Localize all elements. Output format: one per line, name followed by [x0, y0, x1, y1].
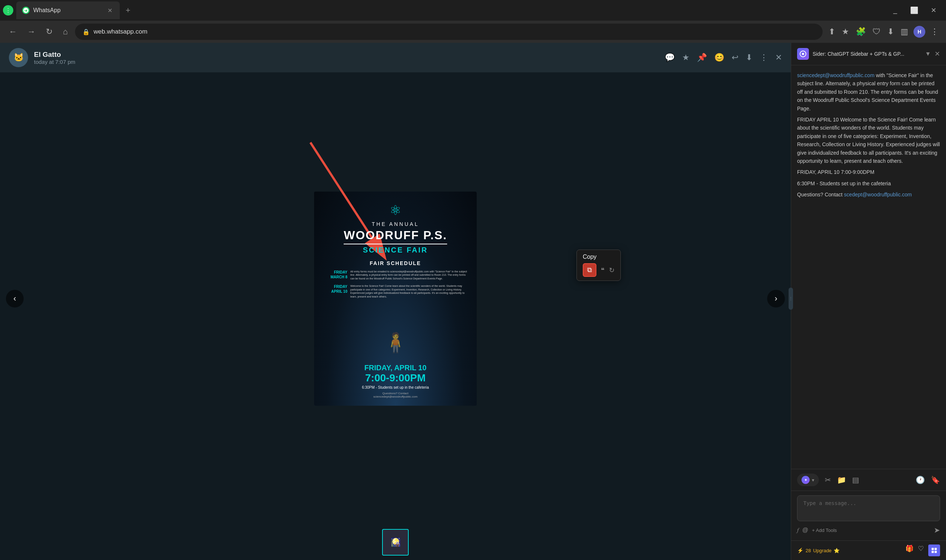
upgrade-label: Upgrade [813, 548, 832, 553]
main-layout: 🐱 El Gatto today at 7:07 pm 💬 ★ 📌 😊 ↩ ⬇ … [0, 43, 946, 560]
folder-icon[interactable]: 📁 [837, 475, 846, 484]
ai-icon: ✦ [801, 476, 810, 484]
formula-icon[interactable]: 𝑓 [797, 527, 799, 534]
columns-icon[interactable]: ▤ [852, 475, 859, 484]
contact-avatar: 🐱 [9, 48, 28, 67]
url-bar[interactable]: 🔒 web.whatsapp.com [75, 24, 823, 40]
drag-handle[interactable]: ⋮ [789, 288, 793, 310]
contact-name: El Gatto [34, 51, 659, 59]
email-link-1[interactable]: sciencedept@woodruffpublic.com [797, 72, 874, 78]
copy-actions: ⧉ ❝ ↻ [583, 263, 614, 277]
copy-button[interactable]: ⧉ [583, 263, 596, 277]
poster-contact: Questions? Contact [362, 392, 429, 395]
sider-paragraph-1: sciencedept@woodruffpublic.com with "Sci… [797, 71, 940, 112]
sider-close-button[interactable]: ✕ [935, 50, 940, 58]
share-icon[interactable]: ⬆ [827, 25, 836, 38]
extensions-icon[interactable]: 🛡 [871, 25, 882, 38]
gift-icon[interactable]: 🎁 [905, 545, 914, 556]
upgrade-count: 28 [806, 548, 811, 553]
thumbnail-item[interactable]: 🎑 [382, 529, 409, 555]
scissors-icon[interactable]: ✂ [825, 475, 831, 484]
next-arrow[interactable]: › [767, 290, 785, 308]
poster-bottom: FRIDAY, APRIL 10 7:00-9:00PM 6:30PM - St… [362, 364, 429, 398]
address-actions: ⬆ ★ 🧩 🛡 ⬇ ▥ H ⋮ [827, 25, 940, 38]
sider-expand-icon[interactable]: ▼ [925, 51, 931, 57]
sidebar-icon[interactable]: ▥ [899, 25, 910, 38]
maximize-button[interactable]: ⬜ [904, 3, 924, 18]
close-icon[interactable]: ✕ [775, 53, 782, 62]
forward-icon[interactable]: ↩ [731, 53, 738, 62]
svg-rect-4 [932, 548, 934, 550]
poster-big-time: 7:00-9:00PM [362, 372, 429, 384]
close-button[interactable]: ✕ [924, 3, 943, 18]
profile-button[interactable]: H [914, 26, 925, 38]
prev-arrow[interactable]: ‹ [6, 290, 24, 308]
tab-favicon [22, 7, 29, 14]
tab-bar: ⋮ WhatsApp ✕ + ⎯ ⬜ ✕ [0, 0, 946, 21]
sider-paragraph-2: FRIDAY APRIL 10 Welcome to the Science F… [797, 115, 940, 165]
browser-chrome: ⋮ WhatsApp ✕ + ⎯ ⬜ ✕ ← → ↻ ⌂ 🔒 web.whats… [0, 0, 946, 43]
menu-icon[interactable]: ⋮ [929, 25, 940, 38]
svg-point-3 [802, 53, 804, 55]
svg-rect-5 [935, 548, 937, 550]
header-actions: 💬 ★ 📌 😊 ↩ ⬇ ⋮ ✕ [665, 53, 782, 62]
ai-model-selector[interactable]: ✦ ▾ [797, 474, 819, 486]
poster-image: ⚛ THE ANNUAL WOODRUFF P.S. SCIENCE FAIR … [314, 192, 477, 406]
sider-bottom: ⚡ 28 Upgrade ⭐ 🎁 ♡ [791, 540, 946, 560]
window-controls: ⎯ ⬜ ✕ [886, 3, 943, 18]
message-input[interactable] [797, 495, 940, 521]
sider-logo [797, 48, 809, 60]
sider-input-footer: 𝑓 @ + Add Tools ➤ [797, 523, 940, 536]
extension-icon[interactable]: 🧩 [854, 25, 867, 38]
poster-woodruff: WOODRUFF P.S. [344, 229, 447, 245]
lock-icon: 🔒 [82, 28, 90, 35]
new-tab-button[interactable]: + [126, 6, 130, 15]
bookmark-icon[interactable]: ★ [840, 25, 851, 38]
send-button[interactable]: ➤ [934, 526, 940, 535]
active-tab[interactable]: WhatsApp ✕ [16, 2, 120, 19]
tab-title: WhatsApp [33, 7, 102, 14]
tab-close-button[interactable]: ✕ [106, 6, 114, 15]
mention-icon[interactable]: @ [802, 527, 808, 534]
minimize-button[interactable]: ⎯ [886, 3, 904, 18]
upgrade-button[interactable]: ⚡ 28 Upgrade ⭐ [797, 548, 840, 553]
forward-button[interactable]: → [25, 25, 39, 38]
quote-icon[interactable]: ❝ [601, 266, 605, 274]
browser-menu-icon[interactable]: ⋮ [3, 5, 13, 15]
contact-info: El Gatto today at 7:07 pm [34, 51, 659, 65]
address-bar: ← → ↻ ⌂ 🔒 web.whatsapp.com ⬆ ★ 🧩 🛡 ⬇ ▥ H… [0, 21, 946, 43]
download-icon[interactable]: ⬇ [746, 53, 752, 62]
emoji-icon[interactable]: 😊 [714, 53, 724, 62]
svg-rect-7 [935, 551, 937, 553]
sider-paragraph-4: 6:30PM - Students set up in the cafeteri… [797, 179, 940, 188]
upgrade-star: ⭐ [834, 548, 840, 553]
sider-content: sciencedept@woodruffpublic.com with "Sci… [791, 65, 946, 469]
add-tools-button[interactable]: + Add Tools [812, 528, 836, 533]
sider-brand-icon[interactable] [928, 545, 940, 556]
more-icon[interactable]: ⋮ [760, 53, 768, 62]
bookmark-tool-icon[interactable]: 🔖 [931, 475, 940, 484]
back-button[interactable]: ← [6, 25, 20, 38]
email-link-2[interactable]: scedept@woodruffpublic.com [844, 192, 912, 197]
desc2: Welcome to the Science Fair! Come learn … [350, 284, 469, 298]
media-viewer: ‹ ⚛ THE ANNUAL WOODRUFF P.S. SCIENCE FAI… [0, 72, 791, 525]
pin-icon[interactable]: 📌 [697, 53, 707, 62]
desc1: All entry forms must be emailed to scien… [350, 270, 469, 280]
sider-title: Sider: ChatGPT Sidebar + GPTs & GP... [813, 51, 921, 57]
whatsapp-header: 🐱 El Gatto today at 7:07 pm 💬 ★ 📌 😊 ↩ ⬇ … [0, 43, 791, 72]
sider-input-area: 𝑓 @ + Add Tools ➤ [791, 491, 946, 540]
poster-schedule: FRIDAYMARCH 8 All entry forms must be em… [321, 270, 469, 299]
heart-icon[interactable]: ♡ [918, 545, 924, 556]
sider-paragraph-5: Questions? Contact scedept@woodruffpubli… [797, 191, 940, 198]
history-icon[interactable]: 🕐 [916, 475, 925, 484]
refresh-icon[interactable]: ↻ [609, 266, 614, 274]
star-icon[interactable]: ★ [682, 53, 690, 62]
download-icon[interactable]: ⬇ [886, 25, 895, 38]
sider-sidebar: Sider: ChatGPT Sidebar + GPTs & GP... ▼ … [791, 43, 946, 560]
chat-icon[interactable]: 💬 [665, 53, 675, 62]
url-text: web.whatsapp.com [94, 28, 815, 35]
home-button[interactable]: ⌂ [60, 25, 71, 38]
sider-toolbar: ✦ ▾ ✂ 📁 ▤ 🕐 🔖 [791, 469, 946, 491]
refresh-button[interactable]: ↻ [43, 25, 56, 38]
atom-icon: ⚛ [389, 203, 401, 218]
